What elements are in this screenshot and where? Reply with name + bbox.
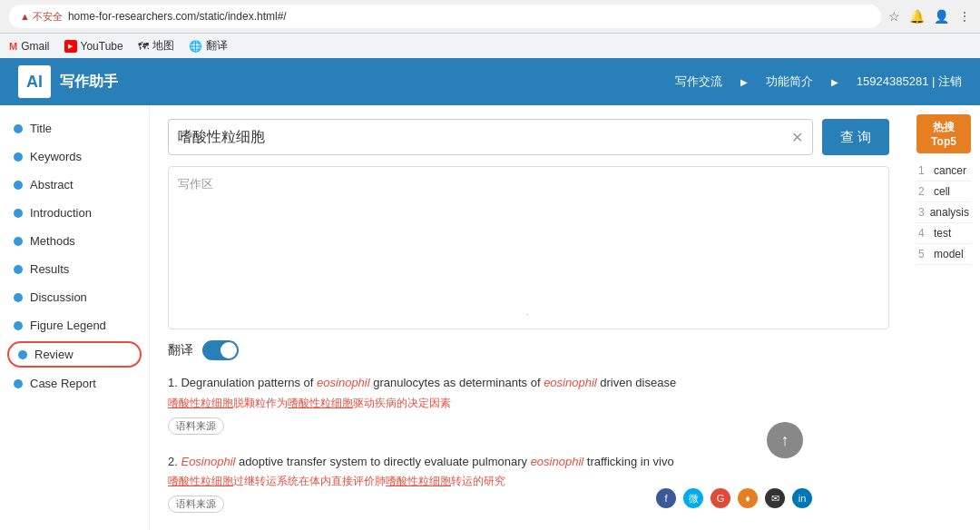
facebook-icon[interactable]: f bbox=[656, 488, 676, 508]
writing-area[interactable]: 写作区 · bbox=[168, 166, 889, 329]
sidebar-dot bbox=[14, 209, 23, 218]
sidebar-label: Case Report bbox=[30, 377, 96, 390]
source-tag-2[interactable]: 语料来源 bbox=[168, 496, 224, 513]
sidebar-item-results[interactable]: Results bbox=[0, 255, 149, 283]
search-button[interactable]: 查 询 bbox=[822, 119, 889, 155]
maps-label: 地图 bbox=[152, 38, 174, 54]
sidebar-item-title[interactable]: Title bbox=[0, 114, 149, 142]
browser-toolbar: ▲ 不安全 home-for-researchers.com/static/in… bbox=[0, 0, 980, 33]
sidebar-item-figure-legend[interactable]: Figure Legend bbox=[0, 311, 149, 339]
sidebar-dot bbox=[14, 379, 23, 388]
sidebar-item-introduction[interactable]: Introduction bbox=[0, 199, 149, 227]
sidebar-dot bbox=[14, 181, 23, 190]
hot-item-5[interactable]: 5 model bbox=[916, 244, 971, 265]
result-trans-link1[interactable]: 嗜酸性粒细胞 bbox=[168, 397, 233, 409]
address-bar[interactable]: ▲ 不安全 home-for-researchers.com/static/in… bbox=[9, 5, 881, 28]
sidebar-item-review[interactable]: Review bbox=[7, 341, 142, 368]
rss-icon[interactable]: ♦ bbox=[738, 488, 758, 508]
sidebar-dot bbox=[14, 124, 23, 133]
sidebar-item-keywords[interactable]: Keywords bbox=[0, 142, 149, 171]
sidebar-label: Abstract bbox=[30, 178, 74, 191]
browser-actions: ☆ 🔔 👤 ⋮ bbox=[888, 9, 971, 24]
sidebar-item-methods[interactable]: Methods bbox=[0, 227, 149, 255]
google-icon[interactable]: G bbox=[710, 488, 730, 508]
translate-icon: 🌐 bbox=[189, 40, 202, 53]
writing-placeholder: 写作区 bbox=[178, 177, 213, 191]
result-trans-link2[interactable]: 嗜酸性粒细胞 bbox=[288, 397, 353, 409]
menu-icon[interactable]: ⋮ bbox=[958, 9, 971, 24]
source-tag-1[interactable]: 语料来源 bbox=[168, 417, 224, 435]
result-text-mid: granulocytes as determinants of bbox=[370, 376, 544, 389]
result-italic-2: eosinophil bbox=[544, 376, 597, 389]
hot-item-4[interactable]: 4 test bbox=[916, 223, 971, 244]
result-text-mid2: adoptive transfer system to directly eva… bbox=[235, 455, 530, 468]
hot-item-2[interactable]: 2 cell bbox=[916, 182, 971, 202]
hot-word: cancer bbox=[934, 164, 966, 177]
sidebar-label: Introduction bbox=[30, 206, 92, 220]
account-icon[interactable]: 👤 bbox=[934, 9, 949, 24]
sidebar-dot bbox=[14, 293, 23, 302]
sidebar-label: Discussion bbox=[30, 290, 87, 304]
weibo-icon[interactable]: 微 bbox=[683, 488, 703, 508]
content-area: ✕ 查 询 写作区 · 翻译 1. Degranulation patterns… bbox=[150, 105, 907, 530]
sidebar-item-abstract[interactable]: Abstract bbox=[0, 171, 149, 199]
hot-rank: 3 bbox=[918, 206, 926, 219]
result-text-after: driven disease bbox=[597, 376, 676, 389]
search-row: ✕ 查 询 bbox=[168, 119, 889, 155]
sidebar-dot bbox=[18, 350, 27, 359]
sidebar-dot bbox=[14, 321, 23, 330]
translate-toggle[interactable] bbox=[202, 340, 239, 360]
sidebar-label: Title bbox=[30, 122, 52, 135]
hot-word: test bbox=[934, 227, 951, 240]
gmail-icon: M bbox=[9, 41, 17, 52]
nav-account[interactable]: 15924385281 | 注销 bbox=[857, 74, 962, 90]
hot-item-3[interactable]: 3 analysis bbox=[916, 202, 971, 223]
bookmark-translate[interactable]: 🌐 翻译 bbox=[189, 38, 228, 54]
url-text: home-for-researchers.com/static/index.ht… bbox=[68, 10, 287, 23]
result-trans2-link1[interactable]: 嗜酸性粒细胞 bbox=[168, 475, 233, 487]
nav-writing[interactable]: 写作交流 bbox=[675, 74, 722, 90]
app-logo: AI 写作助手 bbox=[18, 65, 118, 98]
sidebar: Title Keywords Abstract Introduction Met… bbox=[0, 105, 150, 530]
github-icon[interactable]: ✉ bbox=[765, 488, 785, 508]
hot-word: cell bbox=[934, 185, 950, 198]
nav-features[interactable]: 功能简介 bbox=[766, 74, 813, 90]
bookmark-gmail[interactable]: M Gmail bbox=[9, 40, 50, 53]
result-trans2-link2[interactable]: 嗜酸性粒细胞 bbox=[386, 475, 451, 487]
browser-chrome: ▲ 不安全 home-for-researchers.com/static/in… bbox=[0, 0, 980, 58]
bookmark-youtube[interactable]: YouTube bbox=[64, 40, 123, 53]
main-layout: Title Keywords Abstract Introduction Met… bbox=[0, 105, 980, 530]
translate-label: 翻译 bbox=[206, 38, 228, 54]
hot-rank: 2 bbox=[918, 185, 929, 198]
hot-rank: 5 bbox=[918, 248, 929, 260]
result-text-before: Degranulation patterns of bbox=[181, 376, 317, 389]
social-bar: f 微 G ♦ ✉ in bbox=[652, 484, 817, 513]
bookmark-maps[interactable]: 🗺 地图 bbox=[138, 38, 174, 54]
search-input[interactable] bbox=[178, 129, 784, 145]
sidebar-item-case-report[interactable]: Case Report bbox=[0, 369, 149, 398]
sidebar-dot bbox=[14, 265, 23, 274]
logo-icon: AI bbox=[18, 65, 51, 98]
app-nav: 写作交流 ▶ 功能简介 ▶ 15924385281 | 注销 bbox=[675, 74, 962, 90]
sidebar-dot bbox=[14, 237, 23, 246]
app-header: AI 写作助手 写作交流 ▶ 功能简介 ▶ 15924385281 | 注销 bbox=[0, 58, 980, 105]
sidebar-label: Figure Legend bbox=[30, 319, 106, 332]
bell-icon[interactable]: 🔔 bbox=[909, 9, 925, 24]
youtube-icon bbox=[64, 40, 77, 53]
content-inner: ✕ 查 询 写作区 · 翻译 1. Degranulation patterns… bbox=[168, 119, 889, 513]
star-icon[interactable]: ☆ bbox=[888, 9, 900, 24]
hot-word: analysis bbox=[930, 206, 969, 219]
translate-row: 翻译 bbox=[168, 340, 889, 360]
translate-label: 翻译 bbox=[168, 342, 193, 358]
hot-item-1[interactable]: 1 cancer bbox=[916, 161, 971, 182]
hot-rank: 4 bbox=[918, 227, 929, 240]
sidebar-item-discussion[interactable]: Discussion bbox=[0, 283, 149, 311]
result-number: 1. bbox=[168, 376, 178, 389]
linkedin-icon[interactable]: in bbox=[792, 488, 812, 508]
result-translation-1: 嗜酸性粒细胞脱颗粒作为嗜酸性粒细胞驱动疾病的决定因素 bbox=[168, 395, 889, 412]
sidebar-dot bbox=[14, 152, 23, 162]
gmail-label: Gmail bbox=[21, 40, 49, 53]
result-title-1: 1. Degranulation patterns of eosinophil … bbox=[168, 374, 889, 392]
sidebar-label: Results bbox=[30, 262, 69, 276]
clear-icon[interactable]: ✕ bbox=[791, 129, 803, 146]
